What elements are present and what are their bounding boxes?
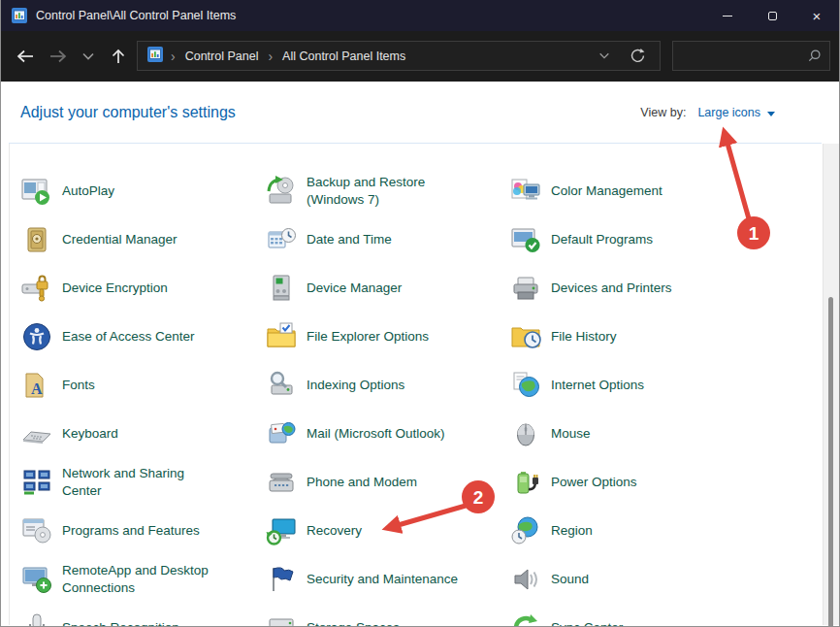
item-phone-and-modem[interactable]: Phone and Modem bbox=[265, 458, 509, 507]
item-label: Region bbox=[551, 522, 593, 540]
caret-down-icon bbox=[767, 112, 775, 116]
item-label: Keyboard bbox=[62, 425, 118, 443]
credential-manager-icon bbox=[20, 223, 53, 256]
item-mouse[interactable]: Mouse bbox=[509, 410, 754, 458]
item-label: Mouse bbox=[551, 425, 591, 443]
item-remoteapp-and-desktop-connections[interactable]: RemoteApp and Desktop Connections bbox=[20, 555, 265, 604]
sync-center-icon bbox=[509, 611, 542, 626]
item-backup-and-restore[interactable]: Backup and Restore (Windows 7) bbox=[265, 167, 509, 215]
storage-spaces-icon bbox=[265, 611, 298, 626]
keyboard-icon bbox=[20, 417, 53, 450]
titlebar: Control Panel\All Control Panel Items × bbox=[1, 0, 839, 31]
search-icon bbox=[807, 49, 822, 63]
item-label: Security and Maintenance bbox=[307, 571, 458, 588]
breadcrumb-all-control-panel-items[interactable]: All Control Panel Items bbox=[280, 50, 407, 63]
search-input[interactable] bbox=[681, 50, 807, 63]
sound-icon bbox=[509, 563, 542, 596]
search-box[interactable] bbox=[672, 41, 830, 71]
item-label: Fonts bbox=[62, 377, 95, 394]
item-label: Sync Center bbox=[551, 619, 623, 626]
ease-of-access-center-icon bbox=[20, 320, 53, 353]
item-label: Power Options bbox=[551, 474, 637, 491]
item-keyboard[interactable]: Keyboard bbox=[20, 410, 265, 458]
item-label: Programs and Features bbox=[62, 522, 200, 540]
item-device-manager[interactable]: Device Manager bbox=[265, 264, 509, 313]
forward-button[interactable] bbox=[42, 40, 75, 73]
item-label: File Explorer Options bbox=[307, 328, 429, 346]
control-panel-logo-icon bbox=[147, 47, 163, 66]
item-file-explorer-options[interactable]: File Explorer Options bbox=[265, 313, 509, 361]
item-label: Backup and Restore (Windows 7) bbox=[307, 174, 471, 208]
device-manager-icon bbox=[265, 272, 298, 305]
item-sync-center[interactable]: Sync Center bbox=[509, 604, 754, 626]
recovery-icon bbox=[265, 514, 298, 547]
item-storage-spaces[interactable]: Storage Spaces bbox=[265, 604, 509, 626]
item-speech-recognition[interactable]: Speech Recognition bbox=[20, 604, 265, 626]
address-dropdown-button[interactable] bbox=[592, 44, 617, 69]
item-internet-options[interactable]: Internet Options bbox=[509, 361, 754, 410]
close-button[interactable]: × bbox=[794, 0, 839, 31]
devices-and-printers-icon bbox=[509, 272, 542, 305]
indexing-options-icon bbox=[265, 369, 298, 402]
item-color-management[interactable]: Color Management bbox=[509, 167, 754, 215]
chevron-down-icon bbox=[81, 51, 95, 61]
item-sound[interactable]: Sound bbox=[509, 555, 754, 604]
item-recovery[interactable]: Recovery bbox=[265, 507, 509, 555]
item-label: Date and Time bbox=[307, 231, 392, 248]
minimize-icon bbox=[723, 16, 732, 16]
remoteapp-and-desktop-connections-icon bbox=[20, 563, 53, 596]
autoplay-icon bbox=[20, 175, 53, 208]
item-date-and-time[interactable]: Date and Time bbox=[265, 215, 509, 264]
item-power-options[interactable]: Power Options bbox=[509, 458, 754, 507]
item-label: Network and Sharing Center bbox=[62, 465, 227, 499]
view-by-dropdown[interactable]: Large icons bbox=[697, 106, 775, 119]
item-label: File History bbox=[551, 328, 617, 346]
item-device-encryption[interactable]: Device Encryption bbox=[20, 264, 265, 313]
minimize-button[interactable] bbox=[705, 0, 750, 31]
item-label: Recovery bbox=[307, 522, 362, 540]
breadcrumb-control-panel[interactable]: Control Panel bbox=[183, 50, 261, 63]
item-label: Ease of Access Center bbox=[62, 328, 195, 346]
up-arrow-icon bbox=[110, 48, 127, 65]
backup-and-restore-icon bbox=[265, 175, 298, 208]
up-button[interactable] bbox=[102, 40, 135, 73]
item-fonts[interactable]: AFonts bbox=[20, 361, 265, 410]
item-label: Phone and Modem bbox=[307, 474, 417, 491]
item-credential-manager[interactable]: Credential Manager bbox=[20, 215, 265, 264]
item-devices-and-printers[interactable]: Devices and Printers bbox=[509, 264, 754, 313]
refresh-button[interactable] bbox=[625, 44, 650, 69]
region-icon bbox=[509, 514, 542, 547]
item-indexing-options[interactable]: Indexing Options bbox=[265, 361, 509, 410]
item-ease-of-access-center[interactable]: Ease of Access Center bbox=[20, 313, 265, 361]
breadcrumb-separator-icon: › bbox=[260, 49, 280, 64]
item-region[interactable]: Region bbox=[509, 507, 754, 555]
refresh-icon bbox=[630, 48, 646, 64]
fonts-icon: A bbox=[20, 369, 53, 402]
item-autoplay[interactable]: AutoPlay bbox=[20, 167, 265, 215]
item-network-and-sharing-center[interactable]: Network and Sharing Center bbox=[20, 458, 265, 507]
recent-pages-button[interactable] bbox=[75, 40, 102, 73]
internet-options-icon bbox=[509, 369, 542, 402]
window-title: Control Panel\All Control Panel Items bbox=[36, 9, 236, 22]
default-programs-icon bbox=[509, 223, 542, 256]
item-default-programs[interactable]: Default Programs bbox=[509, 215, 754, 264]
item-label: Credential Manager bbox=[62, 231, 178, 248]
vertical-scrollbar-track[interactable] bbox=[823, 144, 839, 625]
vertical-scrollbar-thumb[interactable] bbox=[828, 297, 833, 627]
address-bar[interactable]: › Control Panel › All Control Panel Item… bbox=[137, 41, 661, 71]
page-title: Adjust your computer's settings bbox=[20, 104, 236, 121]
back-button[interactable] bbox=[9, 40, 42, 73]
item-mail[interactable]: Mail (Microsoft Outlook) bbox=[265, 410, 509, 458]
date-and-time-icon bbox=[265, 223, 298, 256]
item-file-history[interactable]: File History bbox=[509, 313, 754, 361]
item-security-and-maintenance[interactable]: Security and Maintenance bbox=[265, 555, 509, 604]
item-label: Speech Recognition bbox=[62, 619, 179, 626]
item-label: Device Encryption bbox=[62, 280, 168, 297]
item-label: Devices and Printers bbox=[551, 280, 672, 297]
item-programs-and-features[interactable]: Programs and Features bbox=[20, 507, 265, 555]
programs-and-features-icon bbox=[20, 514, 53, 547]
maximize-button[interactable] bbox=[750, 0, 794, 31]
phone-and-modem-icon bbox=[265, 466, 298, 499]
breadcrumb-separator-icon: › bbox=[163, 49, 183, 64]
item-label: Default Programs bbox=[551, 231, 653, 248]
